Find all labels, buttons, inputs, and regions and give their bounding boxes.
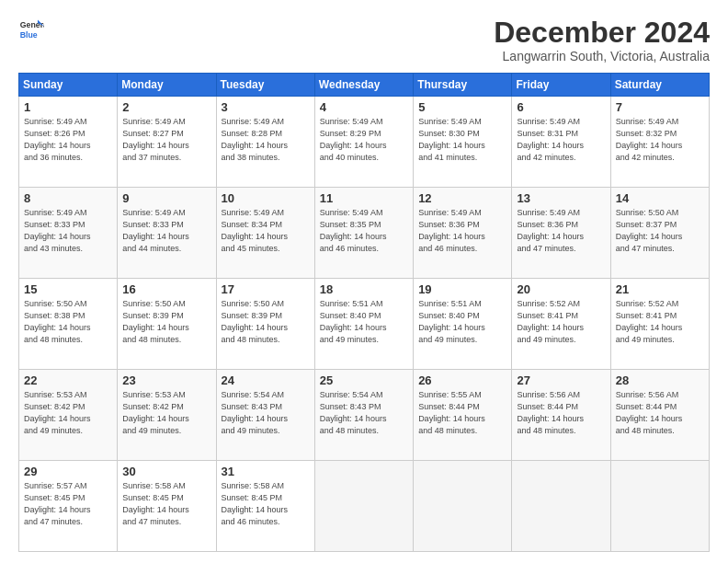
- day-cell-18: 18Sunrise: 5:51 AM Sunset: 8:40 PM Dayli…: [314, 279, 413, 370]
- day-number: 26: [418, 373, 506, 387]
- day-cell-30: 30Sunrise: 5:58 AM Sunset: 8:45 PM Dayli…: [118, 461, 216, 552]
- day-cell-8: 8Sunrise: 5:49 AM Sunset: 8:33 PM Daylig…: [19, 188, 118, 279]
- day-number: 19: [418, 282, 506, 296]
- empty-cell: [610, 461, 709, 552]
- day-info: Sunrise: 5:56 AM Sunset: 8:44 PM Dayligh…: [616, 389, 704, 437]
- weekday-header-thursday: Thursday: [414, 74, 512, 97]
- day-info: Sunrise: 5:55 AM Sunset: 8:44 PM Dayligh…: [418, 389, 506, 437]
- day-cell-9: 9Sunrise: 5:49 AM Sunset: 8:33 PM Daylig…: [118, 188, 216, 279]
- day-info: Sunrise: 5:49 AM Sunset: 8:30 PM Dayligh…: [418, 116, 506, 164]
- day-info: Sunrise: 5:49 AM Sunset: 8:27 PM Dayligh…: [122, 116, 210, 164]
- weekday-header-monday: Monday: [118, 74, 216, 97]
- day-number: 11: [320, 191, 408, 205]
- day-info: Sunrise: 5:49 AM Sunset: 8:26 PM Dayligh…: [24, 116, 112, 164]
- day-cell-13: 13Sunrise: 5:49 AM Sunset: 8:36 PM Dayli…: [512, 188, 610, 279]
- day-cell-22: 22Sunrise: 5:53 AM Sunset: 8:42 PM Dayli…: [19, 370, 118, 461]
- weekday-header-saturday: Saturday: [610, 74, 709, 97]
- day-number: 13: [517, 191, 605, 205]
- day-cell-12: 12Sunrise: 5:49 AM Sunset: 8:36 PM Dayli…: [414, 188, 512, 279]
- week-row-2: 8Sunrise: 5:49 AM Sunset: 8:33 PM Daylig…: [19, 188, 710, 279]
- day-number: 24: [222, 373, 310, 387]
- day-info: Sunrise: 5:50 AM Sunset: 8:39 PM Dayligh…: [222, 298, 310, 346]
- day-number: 21: [616, 282, 704, 296]
- day-cell-25: 25Sunrise: 5:54 AM Sunset: 8:43 PM Dayli…: [314, 370, 413, 461]
- day-number: 22: [24, 373, 112, 387]
- day-number: 2: [122, 100, 210, 114]
- day-cell-16: 16Sunrise: 5:50 AM Sunset: 8:39 PM Dayli…: [118, 279, 216, 370]
- day-number: 12: [418, 191, 506, 205]
- day-cell-3: 3Sunrise: 5:49 AM Sunset: 8:28 PM Daylig…: [216, 97, 314, 188]
- day-cell-31: 31Sunrise: 5:58 AM Sunset: 8:45 PM Dayli…: [216, 461, 314, 552]
- day-number: 28: [616, 373, 704, 387]
- day-info: Sunrise: 5:52 AM Sunset: 8:41 PM Dayligh…: [517, 298, 605, 346]
- weekday-header-friday: Friday: [512, 74, 610, 97]
- day-number: 31: [222, 465, 310, 478]
- day-cell-27: 27Sunrise: 5:56 AM Sunset: 8:44 PM Dayli…: [512, 370, 610, 461]
- weekday-header-row: SundayMondayTuesdayWednesdayThursdayFrid…: [19, 74, 710, 97]
- weekday-header-wednesday: Wednesday: [314, 74, 413, 97]
- day-number: 3: [222, 100, 310, 114]
- svg-text:Blue: Blue: [20, 30, 38, 40]
- day-number: 14: [616, 191, 704, 205]
- day-number: 5: [418, 100, 506, 114]
- empty-cell: [414, 461, 512, 552]
- day-info: Sunrise: 5:49 AM Sunset: 8:34 PM Dayligh…: [222, 207, 310, 255]
- day-cell-29: 29Sunrise: 5:57 AM Sunset: 8:45 PM Dayli…: [19, 461, 118, 552]
- day-number: 1: [24, 100, 112, 114]
- location-subtitle: Langwarrin South, Victoria, Australia: [494, 49, 710, 63]
- day-info: Sunrise: 5:51 AM Sunset: 8:40 PM Dayligh…: [320, 298, 408, 346]
- day-info: Sunrise: 5:49 AM Sunset: 8:29 PM Dayligh…: [320, 116, 408, 164]
- svg-text:General: General: [20, 20, 44, 29]
- day-cell-26: 26Sunrise: 5:55 AM Sunset: 8:44 PM Dayli…: [414, 370, 512, 461]
- day-number: 15: [24, 282, 112, 296]
- day-info: Sunrise: 5:54 AM Sunset: 8:43 PM Dayligh…: [320, 389, 408, 437]
- day-number: 18: [320, 282, 408, 296]
- day-info: Sunrise: 5:49 AM Sunset: 8:31 PM Dayligh…: [517, 116, 605, 164]
- day-cell-1: 1Sunrise: 5:49 AM Sunset: 8:26 PM Daylig…: [19, 97, 118, 188]
- day-number: 25: [320, 373, 408, 387]
- day-info: Sunrise: 5:58 AM Sunset: 8:45 PM Dayligh…: [222, 480, 310, 528]
- day-number: 6: [517, 100, 605, 114]
- day-info: Sunrise: 5:49 AM Sunset: 8:33 PM Dayligh…: [122, 207, 210, 255]
- day-number: 10: [222, 191, 310, 205]
- week-row-1: 1Sunrise: 5:49 AM Sunset: 8:26 PM Daylig…: [19, 97, 710, 188]
- title-block: December 2024 Langwarrin South, Victoria…: [494, 17, 710, 63]
- page: General Blue December 2024 Langwarrin So…: [0, 0, 728, 563]
- day-cell-10: 10Sunrise: 5:49 AM Sunset: 8:34 PM Dayli…: [216, 188, 314, 279]
- logo-icon: General Blue: [18, 17, 44, 42]
- day-number: 9: [122, 191, 210, 205]
- day-cell-11: 11Sunrise: 5:49 AM Sunset: 8:35 PM Dayli…: [314, 188, 413, 279]
- weekday-header-tuesday: Tuesday: [216, 74, 314, 97]
- week-row-4: 22Sunrise: 5:53 AM Sunset: 8:42 PM Dayli…: [19, 370, 710, 461]
- month-title: December 2024: [494, 17, 710, 49]
- day-info: Sunrise: 5:49 AM Sunset: 8:33 PM Dayligh…: [24, 207, 112, 255]
- day-info: Sunrise: 5:49 AM Sunset: 8:36 PM Dayligh…: [517, 207, 605, 255]
- day-cell-19: 19Sunrise: 5:51 AM Sunset: 8:40 PM Dayli…: [414, 279, 512, 370]
- day-cell-23: 23Sunrise: 5:53 AM Sunset: 8:42 PM Dayli…: [118, 370, 216, 461]
- day-cell-20: 20Sunrise: 5:52 AM Sunset: 8:41 PM Dayli…: [512, 279, 610, 370]
- week-row-3: 15Sunrise: 5:50 AM Sunset: 8:38 PM Dayli…: [19, 279, 710, 370]
- day-info: Sunrise: 5:57 AM Sunset: 8:45 PM Dayligh…: [24, 480, 112, 528]
- day-number: 29: [24, 465, 112, 478]
- day-number: 23: [122, 373, 210, 387]
- day-cell-6: 6Sunrise: 5:49 AM Sunset: 8:31 PM Daylig…: [512, 97, 610, 188]
- day-cell-7: 7Sunrise: 5:49 AM Sunset: 8:32 PM Daylig…: [610, 97, 709, 188]
- day-cell-24: 24Sunrise: 5:54 AM Sunset: 8:43 PM Dayli…: [216, 370, 314, 461]
- empty-cell: [314, 461, 413, 552]
- day-info: Sunrise: 5:52 AM Sunset: 8:41 PM Dayligh…: [616, 298, 704, 346]
- week-row-5: 29Sunrise: 5:57 AM Sunset: 8:45 PM Dayli…: [19, 461, 710, 552]
- day-info: Sunrise: 5:49 AM Sunset: 8:36 PM Dayligh…: [418, 207, 506, 255]
- day-info: Sunrise: 5:56 AM Sunset: 8:44 PM Dayligh…: [517, 389, 605, 437]
- day-info: Sunrise: 5:50 AM Sunset: 8:37 PM Dayligh…: [616, 207, 704, 255]
- day-number: 27: [517, 373, 605, 387]
- day-info: Sunrise: 5:50 AM Sunset: 8:38 PM Dayligh…: [24, 298, 112, 346]
- day-cell-21: 21Sunrise: 5:52 AM Sunset: 8:41 PM Dayli…: [610, 279, 709, 370]
- day-number: 4: [320, 100, 408, 114]
- day-info: Sunrise: 5:53 AM Sunset: 8:42 PM Dayligh…: [24, 389, 112, 437]
- logo: General Blue: [18, 17, 44, 42]
- day-info: Sunrise: 5:58 AM Sunset: 8:45 PM Dayligh…: [122, 480, 210, 528]
- day-cell-2: 2Sunrise: 5:49 AM Sunset: 8:27 PM Daylig…: [118, 97, 216, 188]
- day-cell-28: 28Sunrise: 5:56 AM Sunset: 8:44 PM Dayli…: [610, 370, 709, 461]
- day-number: 30: [122, 465, 210, 478]
- day-cell-15: 15Sunrise: 5:50 AM Sunset: 8:38 PM Dayli…: [19, 279, 118, 370]
